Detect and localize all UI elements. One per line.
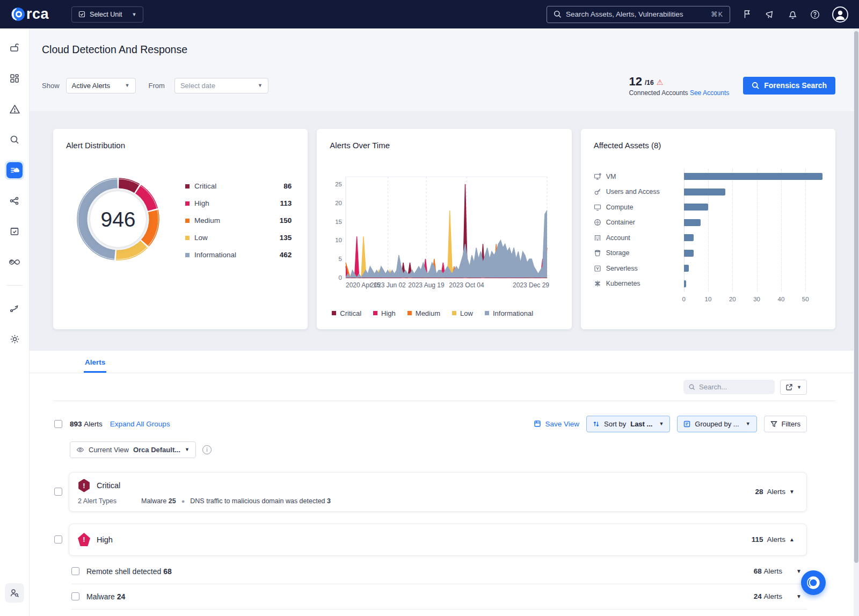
legend-item-medium[interactable]: Medium: [407, 309, 440, 317]
row-alerts-count[interactable]: 24 Alerts ▼: [754, 592, 802, 600]
asset-bar-vm[interactable]: [684, 173, 822, 180]
alert-distribution-title: Alert Distribution: [66, 141, 295, 150]
sidebar-item-discovery[interactable]: [5, 130, 24, 149]
alert-type-dns-traffic[interactable]: DNS traffic to malicious domain was dete…: [190, 497, 331, 505]
alert-type-row-remote-shell[interactable]: Remote shell detected 68 68 Alerts ▼: [71, 559, 807, 584]
asset-bar-users-and-access[interactable]: [684, 189, 725, 195]
legend-item-low[interactable]: Low: [452, 309, 473, 317]
date-select[interactable]: Select date ▼: [174, 78, 268, 93]
sidebar-item-shift-left[interactable]: [5, 252, 24, 272]
show-select[interactable]: Active Alerts ▼: [66, 78, 136, 93]
tab-alerts[interactable]: Alerts: [84, 351, 106, 373]
asset-row-users-and-access[interactable]: Users and Access: [594, 184, 684, 200]
legend-item-critical[interactable]: Critical: [332, 309, 361, 317]
row-alerts-count[interactable]: 68 Alerts ▼: [754, 567, 802, 575]
high-group-children: Remote shell detected 68 68 Alerts ▼ Mal…: [71, 559, 807, 610]
alert-distribution-legend: Critical86 High113 Medium150 Low135 Info…: [185, 182, 292, 259]
svg-text:2023 Oct 04: 2023 Oct 04: [449, 281, 485, 289]
alerts-search-input[interactable]: Search...: [683, 380, 775, 394]
sidebar-item-dashboard[interactable]: [5, 69, 24, 88]
sidebar-divider: [6, 285, 23, 286]
info-icon[interactable]: i: [202, 445, 212, 454]
affected-assets-card: Affected Assets (8) VM Users and Access …: [581, 129, 835, 329]
filters-dropdown[interactable]: Filters: [764, 416, 807, 432]
sidebar-item-settings[interactable]: [5, 329, 24, 349]
group-card-critical[interactable]: ! Critical 2 Alert Types Malware 25 ● DN…: [69, 472, 807, 512]
top-navbar: rca Select Unit ▼ Search Assets, Alerts,…: [0, 0, 859, 28]
sort-by-dropdown[interactable]: Sort by Last ... ▼: [586, 416, 670, 432]
help-icon[interactable]: [810, 9, 820, 20]
legend-item-informational[interactable]: Informational462: [185, 251, 292, 259]
group-alerts-count[interactable]: 115 Alerts ▲: [752, 535, 795, 543]
search-icon: [554, 10, 562, 18]
announcements-icon[interactable]: [765, 9, 775, 20]
sidebar-item-alerts[interactable]: [5, 99, 24, 119]
current-view-dropdown[interactable]: Current View Orca Default... ▼: [70, 441, 196, 458]
alert-type-row-malware[interactable]: Malware 24 24 Alerts ▼: [71, 584, 807, 610]
select-all-checkbox[interactable]: [54, 420, 62, 428]
sort-icon: [593, 421, 600, 427]
container-icon: [594, 219, 601, 226]
key-icon: [594, 188, 601, 195]
legend-item-critical[interactable]: Critical86: [185, 182, 292, 190]
sidebar-item-attack-path[interactable]: [5, 191, 24, 211]
alert-distribution-donut[interactable]: 946: [69, 170, 167, 268]
legend-item-informational[interactable]: Informational: [485, 309, 533, 317]
orca-logo[interactable]: rca: [11, 7, 49, 21]
select-unit-dropdown[interactable]: Select Unit ▼: [71, 6, 143, 23]
see-accounts-link[interactable]: See Accounts: [690, 89, 729, 97]
date-select-placeholder: Select date: [180, 82, 215, 90]
legend-item-high[interactable]: High113: [185, 199, 292, 207]
orca-assistant-button[interactable]: [801, 570, 826, 595]
sidebar-item-inventory[interactable]: [5, 38, 24, 57]
grouped-by-dropdown[interactable]: Grouped by ... ▼: [677, 416, 756, 432]
scrollbar-thumb[interactable]: [854, 31, 858, 563]
sidebar-item-compliance[interactable]: [5, 222, 24, 241]
legend-swatch: [485, 311, 489, 315]
asset-bar-serverless[interactable]: [684, 265, 689, 272]
asset-row-compute[interactable]: Compute: [594, 200, 684, 215]
asset-bar-account[interactable]: [684, 234, 694, 241]
legend-item-low[interactable]: Low135: [185, 234, 292, 242]
alert-type-malware[interactable]: Malware 25: [141, 497, 176, 505]
alerts-over-time-chart[interactable]: 05101520252020 Apr 152023 Jun 022023 Aug…: [330, 171, 551, 303]
group-severity-label: Critical: [97, 481, 120, 490]
group-checkbox[interactable]: [54, 488, 62, 496]
legend-item-high[interactable]: High: [373, 309, 396, 317]
asset-row-kubernetes[interactable]: Kubernetes: [594, 276, 684, 292]
group-alerts-count[interactable]: 28 Alerts ▼: [755, 488, 795, 496]
asset-row-account[interactable]: Account: [594, 230, 684, 246]
vertical-scrollbar[interactable]: [854, 28, 859, 616]
row-checkbox[interactable]: [71, 567, 79, 575]
row-checkbox[interactable]: [71, 592, 79, 600]
global-search-input[interactable]: Search Assets, Alerts, Vulnerabilities ⌘…: [547, 6, 730, 23]
sidebar-item-user-audit[interactable]: [5, 583, 24, 603]
asset-row-serverless[interactable]: Serverless: [594, 261, 684, 277]
svg-text:10: 10: [336, 237, 343, 243]
sidebar-item-detection-response[interactable]: [5, 161, 24, 180]
unit-icon: [78, 11, 85, 18]
notifications-bell-icon[interactable]: [787, 9, 798, 20]
affected-assets-bars[interactable]: [684, 169, 822, 292]
legend-item-medium[interactable]: Medium150: [185, 216, 292, 224]
global-search-placeholder: Search Assets, Alerts, Vulnerabilities: [566, 10, 707, 18]
sidebar-item-automations[interactable]: [5, 299, 24, 318]
group-checkbox[interactable]: [54, 535, 62, 543]
asset-bar-compute[interactable]: [684, 204, 708, 211]
connected-total: /16: [645, 79, 654, 87]
expand-all-groups-link[interactable]: Expand All Groups: [110, 420, 170, 428]
asset-row-storage[interactable]: Storage: [594, 245, 684, 261]
asset-bar-container[interactable]: [684, 219, 701, 226]
user-avatar[interactable]: [832, 6, 848, 23]
asset-bar-storage[interactable]: [684, 250, 694, 257]
save-view-button[interactable]: Save View: [534, 420, 579, 428]
flag-icon[interactable]: [742, 9, 753, 20]
asset-row-container[interactable]: Container: [594, 215, 684, 230]
svg-text:2023 Aug 19: 2023 Aug 19: [409, 281, 445, 289]
asset-row-vm[interactable]: VM: [594, 169, 684, 185]
group-card-high[interactable]: ! High 115 Alerts ▲: [69, 524, 807, 556]
asset-bar-kubernetes[interactable]: [684, 280, 687, 287]
affected-assets-title: Affected Assets (8): [594, 141, 822, 150]
forensics-search-button[interactable]: Forensics Search: [743, 77, 835, 95]
export-button[interactable]: ▼: [780, 380, 807, 395]
